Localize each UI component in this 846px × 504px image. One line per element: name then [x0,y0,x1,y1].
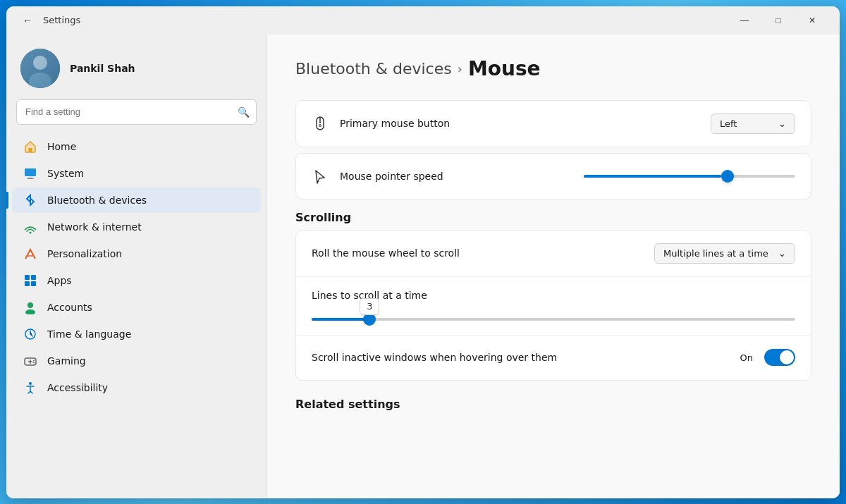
svg-rect-13 [25,281,30,286]
nav-system-label: System [47,168,84,179]
scroll-inactive-row: Scroll inactive windows when hovering ov… [296,335,811,380]
system-icon [23,166,37,180]
personalization-icon [23,247,37,261]
svg-point-16 [25,309,35,314]
nav-apps-label: Apps [47,275,72,286]
window-controls: — □ ✕ [728,9,828,32]
pointer-speed-slider-thumb[interactable] [721,170,734,183]
nav-home-label: Home [47,141,76,152]
dropdown-chevron-icon: ⌄ [778,118,786,129]
sidebar-item-gaming[interactable]: Gaming [12,348,261,374]
primary-button-row: Primary mouse button Left ⌄ [296,101,811,147]
window-title: Settings [43,15,80,25]
primary-button-card: Primary mouse button Left ⌄ [295,100,811,147]
username: Pankil Shah [70,63,135,74]
primary-button-label: Primary mouse button [340,118,699,129]
pointer-speed-slider-track [584,175,795,178]
sidebar-item-apps[interactable]: Apps [12,268,261,293]
roll-wheel-value: Multiple lines at a time [663,248,768,259]
cursor-icon [312,168,329,185]
mouse-icon [312,115,329,132]
svg-point-15 [27,302,33,308]
nav-personalization-label: Personalization [47,248,122,259]
primary-button-value: Left [720,118,737,129]
sidebar-item-personalization[interactable]: Personalization [12,241,261,266]
svg-rect-3 [20,49,60,88]
search-box: 🔍 [16,99,257,125]
primary-button-dropdown[interactable]: Left ⌄ [711,113,795,134]
bluetooth-icon [23,193,37,207]
avatar [20,49,60,88]
search-input[interactable] [16,99,257,125]
settings-window: ← Settings — □ ✕ [6,6,840,498]
nav-time-label: Time & language [47,328,131,340]
accounts-icon [23,300,37,314]
apps-icon [23,273,37,288]
nav-network-label: Network & internet [47,221,142,233]
user-section: Pankil Shah [6,35,266,99]
network-icon [23,220,37,234]
search-icon: 🔍 [238,106,250,118]
pointer-speed-card: Mouse pointer speed [295,153,811,199]
roll-wheel-control: Multiple lines at a time ⌄ [654,243,795,264]
svg-point-22 [33,362,35,363]
svg-point-23 [29,382,32,385]
sidebar-item-accessibility[interactable]: Accessibility [12,375,261,400]
breadcrumb-separator: › [458,61,462,76]
time-icon [23,327,37,341]
sidebar-item-accounts[interactable]: Accounts [12,295,261,320]
scrolling-card: Roll the mouse wheel to scroll Multiple … [295,230,811,381]
titlebar: ← Settings — □ ✕ [6,6,840,35]
gaming-icon [23,354,37,368]
pointer-speed-slider-fill [584,175,721,178]
svg-point-9 [30,231,32,233]
lines-badge-wrap: 3 [360,298,379,315]
scroll-inactive-value: On [740,352,753,363]
pointer-speed-row: Mouse pointer speed [296,154,811,199]
breadcrumb: Bluetooth & devices › Mouse [295,57,811,80]
sidebar: Pankil Shah 🔍 Home [6,35,267,498]
svg-rect-14 [31,281,36,286]
svg-point-26 [319,125,321,127]
home-icon [23,140,37,154]
pointer-speed-control [584,175,795,178]
related-settings-title: Related settings [295,398,811,411]
toggle-thumb [780,350,794,364]
lines-scroll-label: Lines to scroll at a time [312,290,795,301]
svg-rect-8 [27,178,34,179]
accessibility-icon [23,381,37,395]
scroll-inactive-toggle[interactable] [764,349,795,366]
svg-rect-4 [29,148,32,152]
lines-scroll-row: Lines to scroll at a time 3 [296,276,811,335]
minimize-button[interactable]: — [728,9,761,32]
lines-slider-fill [312,318,369,321]
content-area: Bluetooth & devices › Mouse Primary mous… [267,35,840,498]
sidebar-item-network[interactable]: Network & internet [12,214,261,240]
nav-gaming-label: Gaming [47,355,86,367]
scrolling-section-title: Scrolling [295,211,811,224]
svg-rect-11 [25,275,30,280]
scroll-inactive-label: Scroll inactive windows when hovering ov… [312,352,729,363]
maximize-button[interactable]: □ [762,9,795,32]
roll-wheel-chevron-icon: ⌄ [778,248,786,259]
sidebar-item-bluetooth[interactable]: Bluetooth & devices [12,188,261,213]
nav-bluetooth-label: Bluetooth & devices [47,195,147,206]
sidebar-item-system[interactable]: System [12,161,261,186]
scroll-inactive-control: On [740,349,795,366]
main-layout: Pankil Shah 🔍 Home [6,35,840,498]
svg-rect-12 [31,275,36,280]
back-button[interactable]: ← [18,11,37,30]
svg-point-21 [33,359,35,361]
roll-wheel-label: Roll the mouse wheel to scroll [312,247,643,259]
roll-wheel-row: Roll the mouse wheel to scroll Multiple … [296,231,811,276]
sidebar-item-home[interactable]: Home [12,134,261,159]
nav-accounts-label: Accounts [47,302,92,313]
close-button[interactable]: ✕ [796,9,828,32]
roll-wheel-dropdown[interactable]: Multiple lines at a time ⌄ [654,243,795,264]
breadcrumb-parent[interactable]: Bluetooth & devices [295,60,452,78]
nav-accessibility-label: Accessibility [47,382,108,393]
sidebar-item-time[interactable]: Time & language [12,321,261,347]
primary-button-control: Left ⌄ [711,113,795,134]
lines-scroll-badge: 3 [360,298,379,315]
lines-scroll-slider[interactable] [312,318,795,321]
